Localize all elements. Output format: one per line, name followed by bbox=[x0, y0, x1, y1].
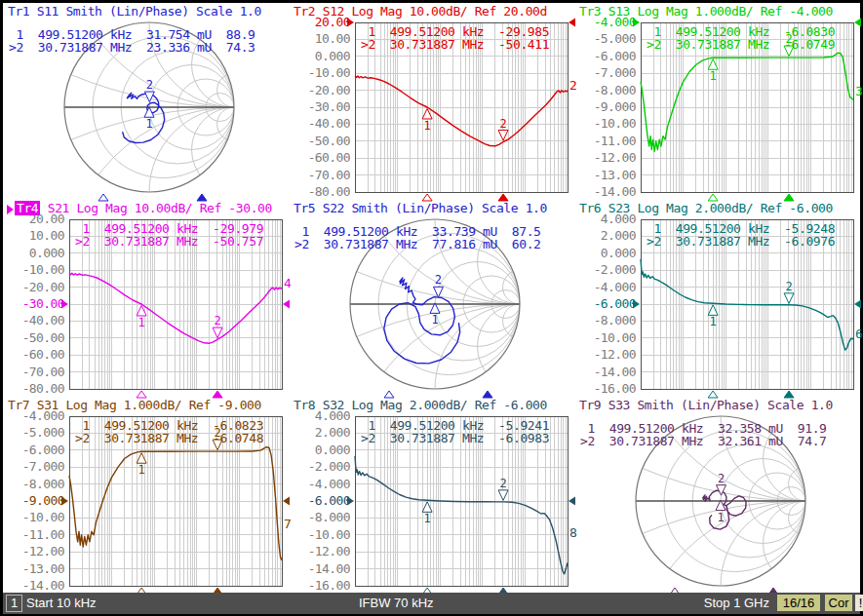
ref-level-arrow-right bbox=[854, 300, 861, 309]
averaging-counter-badge: 16/16 bbox=[777, 595, 820, 611]
trace-settings: S12 Log Mag 10.00dB/ Ref 20.00d bbox=[315, 4, 547, 19]
marker-2-symbol bbox=[784, 293, 794, 304]
ref-level-arrow-left bbox=[347, 497, 354, 506]
marker-2-number: 2 bbox=[499, 477, 506, 490]
panel-tr5: Tr5 S22 Smith (Lin/Phase) Scale 1.0 12 1… bbox=[289, 200, 574, 397]
trace-header-tr6[interactable]: Tr6 S23 Log Mag 2.000dB/ Ref -6.000 bbox=[578, 201, 860, 215]
marker-1-number: 1 bbox=[710, 315, 717, 328]
trace-line bbox=[641, 53, 853, 151]
marker2-readout: >2 30.731887 MHz -50.757 bbox=[75, 234, 263, 249]
start-frequency: Start 10 kHz bbox=[26, 593, 97, 614]
marker-2-number: 2 bbox=[785, 280, 792, 293]
marker-2-symbol bbox=[144, 92, 154, 102]
marker2-readout: >2 30.731887 MHz -6.0976 bbox=[647, 234, 835, 249]
trace-label: Tr8 bbox=[294, 398, 315, 412]
marker2-readout: >2 30.731887 MHz -6.0748 bbox=[75, 431, 263, 445]
ifbw-readout: IFBW 70 kHz bbox=[359, 593, 434, 614]
marker-1-number: 1 bbox=[138, 316, 145, 329]
stop-frequency: Stop 1 GHz bbox=[686, 593, 769, 614]
trace-settings: S33 Smith (Lin/Phase) Scale 1.0 bbox=[601, 398, 833, 412]
marker-1-number: 1 bbox=[424, 119, 431, 133]
marker-1-number: 1 bbox=[710, 69, 717, 83]
marker2-readout: >2 30.731887 MHz -6.0749 bbox=[647, 37, 835, 52]
trace-settings: S21 Log Mag 10.00dB/ Ref -30.00 bbox=[40, 201, 272, 215]
trace-line bbox=[69, 273, 282, 343]
trace-label: Tr6 bbox=[579, 201, 601, 215]
marker-2-number: 2 bbox=[435, 273, 442, 287]
panel-tr9: Tr9 S33 Smith (Lin/Phase) Scale 1.0 12 1… bbox=[574, 397, 860, 594]
panel-tr2: Tr2 S12 Log Mag 10.00dB/ Ref 20.00d 20.0… bbox=[289, 3, 574, 200]
correction-status-badge: Cor bbox=[825, 595, 852, 611]
trace-header-tr2[interactable]: Tr2 S12 Log Mag 10.00dB/ Ref 20.00d bbox=[293, 4, 574, 19]
marker-2-symbol bbox=[498, 490, 508, 501]
trace-line bbox=[355, 456, 568, 574]
trace-label: Tr7 bbox=[8, 398, 29, 412]
marker-1-number: 1 bbox=[431, 313, 438, 327]
trace-label: Tr2 bbox=[294, 4, 315, 19]
ref-level-arrow-left bbox=[633, 300, 640, 309]
trace-header-tr9[interactable]: Tr9 S33 Smith (Lin/Phase) Scale 1.0 bbox=[578, 398, 860, 412]
ref-level-arrow-left bbox=[347, 19, 354, 27]
marker-2-number: 2 bbox=[499, 117, 506, 131]
trace-settings: S11 Smith (Lin/Phase) Scale 1.0 bbox=[29, 4, 261, 19]
trace-header-tr5[interactable]: Tr5 S22 Smith (Lin/Phase) Scale 1.0 bbox=[293, 201, 574, 215]
marker2-readout: >2 30.731887 MHz 32.361 mU 74.7 bbox=[580, 434, 827, 448]
ref-level-arrow-left bbox=[633, 19, 640, 27]
marker-2-number: 2 bbox=[718, 472, 725, 485]
trace-number-label: 6 bbox=[855, 327, 863, 341]
trace-label: Tr4 bbox=[15, 201, 40, 215]
trace-number-label: 3 bbox=[855, 84, 863, 98]
ref-level-arrow-right bbox=[854, 19, 861, 27]
marker2-readout: >2 30.731887 MHz -6.0983 bbox=[361, 431, 549, 445]
trace-label: Tr1 bbox=[8, 4, 29, 19]
marker-2-number: 2 bbox=[146, 78, 153, 92]
trace-label: Tr5 bbox=[294, 201, 315, 215]
marker-2-number: 2 bbox=[214, 314, 220, 327]
marker2-readout: >2 30.731887 MHz 23.336 mU 74.3 bbox=[9, 40, 255, 55]
marker2-readout: >2 30.731887 MHz -50.411 bbox=[361, 37, 549, 52]
trace-settings: S22 Smith (Lin/Phase) Scale 1.0 bbox=[315, 201, 547, 215]
panel-tr7: Tr7 S31 Log Mag 1.000dB/ Ref -9.000 -4.0… bbox=[3, 397, 289, 594]
marker-1-number: 1 bbox=[424, 512, 431, 525]
trace-settings: S23 Log Mag 2.000dB/ Ref -6.000 bbox=[601, 201, 833, 215]
status-bar: 1 Start 10 kHz IFBW 70 kHz Stop 1 GHz 16… bbox=[3, 593, 860, 614]
panel-tr8: Tr8 S32 Log Mag 2.000dB/ Ref -6.000 4.00… bbox=[289, 397, 574, 594]
marker-1-number: 1 bbox=[138, 463, 145, 477]
panel-tr3: Tr3 S13 Log Mag 1.000dB/ Ref -4.000 -4.0… bbox=[574, 3, 860, 200]
trace-label: Tr9 bbox=[579, 398, 601, 412]
marker-2-symbol bbox=[498, 131, 508, 141]
trace-settings: S32 Log Mag 2.000dB/ Ref -6.000 bbox=[315, 398, 547, 412]
trace-label: Tr3 bbox=[579, 4, 601, 19]
channel-indicator[interactable]: 1 bbox=[6, 595, 22, 612]
marker-2-symbol bbox=[213, 327, 222, 338]
trace-header-tr4[interactable]: Tr4 S21 Log Mag 10.00dB/ Ref -30.00 bbox=[7, 201, 289, 215]
trace-header-tr7[interactable]: Tr7 S31 Log Mag 1.000dB/ Ref -9.000 bbox=[7, 398, 289, 412]
active-trace-arrow bbox=[7, 205, 14, 214]
trace-header-tr3[interactable]: Tr3 S13 Log Mag 1.000dB/ Ref -4.000 bbox=[578, 4, 860, 19]
marker-1-number: 1 bbox=[145, 117, 152, 131]
vna-screen: Tr1 S11 Smith (Lin/Phase) Scale 1.0 12 1… bbox=[3, 3, 860, 614]
warning-indicator[interactable]: ! bbox=[855, 595, 863, 611]
marker-1-number: 1 bbox=[717, 511, 724, 524]
marker2-readout: >2 30.731887 MHz 77.816 mU 60.2 bbox=[294, 237, 541, 251]
trace-line bbox=[69, 447, 282, 560]
panel-tr4: Tr4 S21 Log Mag 10.00dB/ Ref -30.00 20.0… bbox=[3, 200, 289, 397]
panel-tr1: Tr1 S11 Smith (Lin/Phase) Scale 1.0 12 1… bbox=[3, 3, 289, 200]
trace-line bbox=[355, 76, 568, 146]
panel-tr6: Tr6 S23 Log Mag 2.000dB/ Ref -6.000 4.00… bbox=[574, 200, 860, 397]
ref-level-arrow-left bbox=[61, 497, 68, 506]
trace-header-tr1[interactable]: Tr1 S11 Smith (Lin/Phase) Scale 1.0 bbox=[7, 4, 289, 19]
trace-settings: S13 Log Mag 1.000dB/ Ref -4.000 bbox=[601, 4, 833, 19]
trace-header-tr8[interactable]: Tr8 S32 Log Mag 2.000dB/ Ref -6.000 bbox=[293, 398, 574, 412]
ref-level-arrow-left bbox=[61, 300, 68, 309]
trace-settings: S31 Log Mag 1.000dB/ Ref -9.000 bbox=[29, 398, 261, 412]
